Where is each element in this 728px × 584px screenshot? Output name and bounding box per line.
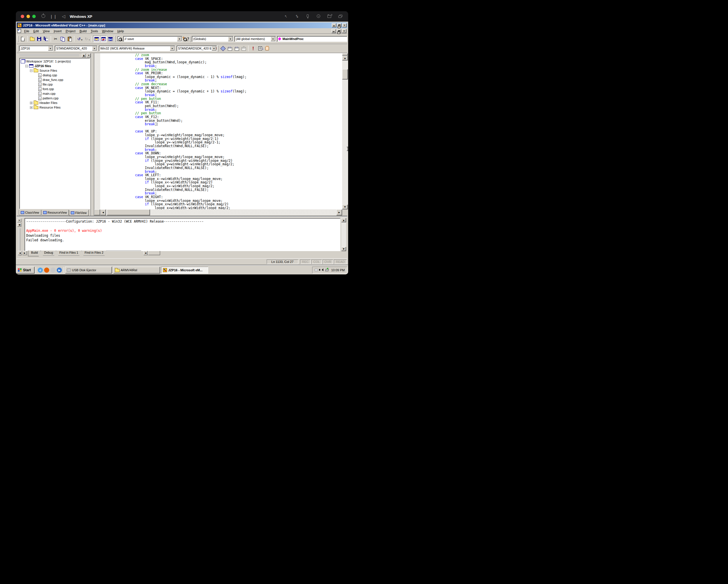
tab-scroll-right-icon[interactable]: ▶ — [23, 251, 27, 255]
volume-icon[interactable] — [320, 268, 324, 272]
output-toggle-button[interactable] — [100, 35, 107, 42]
tab-scroll-left-icon[interactable]: ◀ — [18, 251, 22, 255]
menu-project[interactable]: Project — [63, 29, 77, 33]
editor-vscrollbar[interactable]: ▲ ▼ — [342, 53, 348, 209]
tree-item-draw-func-cpp[interactable]: draw_func.cpp — [20, 77, 90, 82]
update-remote-file-icon[interactable] — [226, 45, 233, 52]
expand-icon[interactable]: + — [30, 102, 32, 104]
shared-folder-icon[interactable] — [328, 14, 332, 19]
device-icon[interactable] — [314, 268, 318, 272]
tree-item-font-cpp[interactable]: font.cpp — [20, 87, 90, 91]
hscroll-thumb[interactable] — [107, 209, 150, 215]
new-file-button[interactable] — [19, 35, 26, 42]
copy-button[interactable] — [59, 35, 66, 42]
split-box[interactable] — [342, 53, 348, 56]
menu-insert[interactable]: Insert — [52, 29, 63, 33]
chevron-down-icon[interactable]: ▼ — [48, 46, 53, 51]
document-system-icon[interactable] — [17, 29, 21, 33]
minimize-traffic-light[interactable] — [26, 15, 30, 18]
menu-view[interactable]: View — [41, 29, 52, 33]
start-button[interactable]: Start — [17, 267, 34, 273]
menu-build[interactable]: Build — [77, 29, 88, 33]
displays-icon[interactable] — [338, 14, 343, 19]
chevron-down-icon[interactable]: ▼ — [170, 46, 175, 51]
minimize-button[interactable] — [332, 23, 336, 27]
tab-debug[interactable]: Debug — [41, 250, 56, 256]
paste-button[interactable] — [66, 35, 73, 42]
code-editor[interactable]: // zoomcase VK_SPACE:mag_button(hWnd,loo… — [94, 53, 348, 209]
windows-toggle-button[interactable] — [107, 35, 114, 42]
back-icon[interactable]: ◁ — [62, 14, 66, 19]
class-combo[interactable]: (Globals)▼ — [192, 36, 233, 42]
pane-close-button[interactable]: ✕ — [87, 54, 91, 57]
find-in-files-button[interactable] — [116, 35, 123, 42]
redo-button[interactable]: ↻ — [83, 35, 90, 42]
build-output-text[interactable]: --------------------Configuration: JZP16… — [24, 218, 340, 251]
tree-item-workspace-jzp16-1-project-s-[interactable]: Workspace 'JZP16': 1 project(s) — [20, 59, 90, 64]
tree-item-source-files[interactable]: −Source Files — [20, 68, 90, 73]
selection-margin[interactable] — [94, 53, 100, 209]
configuration-combo[interactable]: Win32 (WCE ARMV4I) Release▼ — [99, 46, 175, 51]
taskbar-button-jzp16-microsoft-em-[interactable]: JZP16 - Microsoft eM... — [161, 267, 208, 273]
editor-hscrollbar[interactable]: ◀ ▶ — [94, 209, 348, 215]
restore-button[interactable] — [337, 23, 341, 27]
chevron-down-icon[interactable]: ▼ — [228, 36, 233, 41]
save-all-button[interactable] — [43, 35, 50, 42]
mdi-minimize-button[interactable] — [332, 29, 336, 33]
menu-window[interactable]: Window — [100, 29, 115, 33]
tab-resourceview[interactable]: ResourceView — [41, 210, 69, 215]
close-traffic-light[interactable] — [21, 15, 24, 18]
sdk-combo[interactable]: STANDARDSDK_420▼ — [55, 46, 97, 51]
usb-eject-icon[interactable] — [325, 268, 330, 272]
taskbar-button-armv4irel[interactable]: ARMV4IRel — [113, 267, 160, 273]
scroll-down-icon[interactable]: ▼ — [342, 205, 348, 209]
menu-help[interactable]: Help — [115, 29, 126, 33]
pane-collapse-button[interactable]: ▲ — [82, 54, 86, 57]
stop-download-icon[interactable] — [240, 45, 247, 52]
messenger-icon[interactable] — [50, 267, 56, 273]
download-icon[interactable] — [233, 45, 240, 52]
disc-icon[interactable] — [316, 14, 321, 19]
tree-item-pattern-cpp[interactable]: pattern.cpp — [20, 96, 90, 101]
zoom-traffic-light[interactable] — [32, 15, 36, 18]
media-player-icon[interactable]: ▸ — [57, 267, 62, 273]
tree-item-main-cpp[interactable]: main.cpp — [20, 91, 90, 96]
scroll-left-icon[interactable]: ◀ — [144, 251, 148, 255]
sync-remote-icon[interactable] — [219, 45, 226, 52]
hscroll-thumb[interactable] — [148, 251, 160, 255]
resize-icon[interactable]: ↘↖ — [294, 14, 299, 19]
chevron-down-icon[interactable]: ▼ — [177, 36, 182, 41]
tree-item-file-cpp[interactable]: file.cpp — [20, 82, 90, 87]
members-combo[interactable]: (All global members)▼ — [234, 36, 276, 42]
tree-item-jzp16-files[interactable]: −JZP16 files — [20, 64, 90, 68]
menu-edit[interactable]: Edit — [31, 29, 41, 33]
scroll-up-icon[interactable]: ▲ — [342, 56, 348, 60]
output-vscrollbar[interactable]: ▲ ▼ — [341, 218, 346, 251]
find-combo[interactable]: // save▼ — [123, 36, 182, 42]
vscroll-thumb[interactable] — [342, 69, 348, 79]
tab-find-in-files-1[interactable]: Find in Files 1 — [56, 250, 81, 256]
scroll-up-icon[interactable]: ▲ — [341, 218, 346, 222]
firefox-icon[interactable] — [44, 267, 49, 273]
ie-icon[interactable]: e — [38, 267, 43, 273]
usb-icon[interactable] — [306, 14, 310, 19]
scroll-left-icon[interactable]: ◀ — [100, 209, 106, 215]
tree-item-dialog-cpp[interactable]: dialog.cpp — [20, 73, 90, 77]
workspace-toggle-button[interactable] — [93, 35, 100, 42]
tree-item-resource-files[interactable]: +Resource Files — [20, 105, 90, 110]
search-help-button[interactable]: ?? — [182, 35, 189, 42]
open-button[interactable] — [29, 35, 36, 42]
chevron-down-icon[interactable]: ▼ — [92, 46, 97, 51]
vertical-splitter[interactable] — [91, 53, 94, 216]
menu-tools[interactable]: Tools — [89, 29, 100, 33]
capture-cursor-icon[interactable]: ↖ — [284, 14, 288, 19]
mdi-restore-button[interactable] — [337, 29, 341, 33]
tree-item-header-files[interactable]: +Header Files — [20, 101, 90, 105]
save-button[interactable] — [36, 35, 43, 42]
cut-button[interactable]: ✂ — [52, 35, 59, 42]
workspace-pane-gripper[interactable]: ▲ ✕ — [19, 53, 91, 58]
taskbar-button-usb-disk-ejector[interactable]: USB Disk Ejector — [65, 267, 112, 273]
debug-break-icon[interactable] — [263, 45, 270, 52]
app-titlebar[interactable]: JZP16 - Microsoft eMbedded Visual C++ - … — [17, 23, 347, 28]
chevron-down-icon[interactable]: ▼ — [212, 46, 216, 51]
